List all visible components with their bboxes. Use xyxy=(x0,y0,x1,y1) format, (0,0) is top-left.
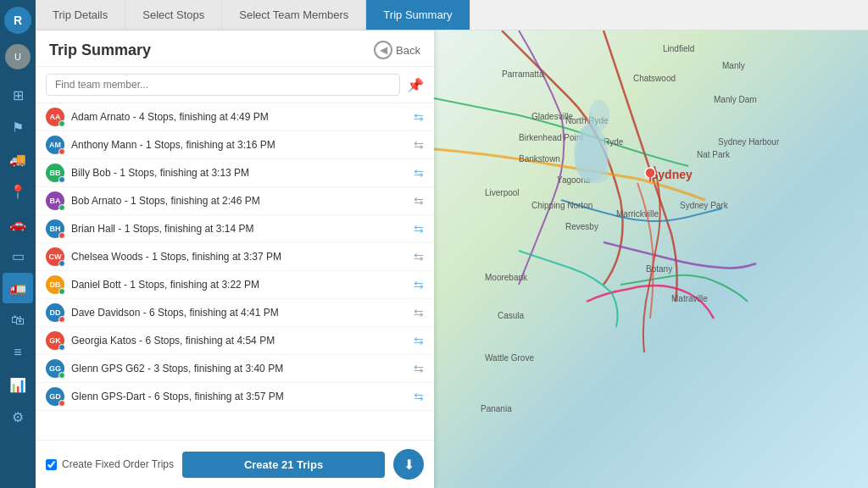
member-name: Daniel Bott - 1 Stops, finishing at 3:22… xyxy=(71,279,414,291)
member-item[interactable]: DDDave Davidson - 6 Stops, finishing at … xyxy=(36,299,434,327)
vehicle-icon[interactable]: 🚗 xyxy=(3,208,33,239)
delivery-icon[interactable]: 🚛 xyxy=(3,273,33,303)
member-avatar: BB xyxy=(46,164,64,182)
search-input[interactable] xyxy=(46,74,400,96)
member-pin-icon[interactable]: ⇆ xyxy=(414,222,424,236)
member-item[interactable]: DBDaniel Bott - 1 Stops, finishing at 3:… xyxy=(36,271,434,299)
trip-summary-panel: Trip Summary ◀ Back 📌 AAAdam Arnato - 4 … xyxy=(36,30,434,488)
member-avatar: BA xyxy=(46,191,64,210)
member-list: AAAdam Arnato - 4 Stops, finishing at 4:… xyxy=(36,103,434,440)
member-pin-icon[interactable]: ⇆ xyxy=(414,250,424,263)
fixed-order-checkbox[interactable] xyxy=(46,459,57,470)
member-name: Glenn GPS-Dart - 6 Stops, finishing at 3… xyxy=(71,391,414,402)
member-item[interactable]: BABob Arnato - 1 Stops, finishing at 2:4… xyxy=(36,187,434,215)
member-pin-icon[interactable]: ⇆ xyxy=(414,278,424,291)
member-pin-icon[interactable]: ⇆ xyxy=(414,362,424,375)
create-trips-button[interactable]: Create 21 Trips xyxy=(182,452,385,478)
tab-select-stops[interactable]: Select Stops xyxy=(125,0,222,30)
location-icon[interactable]: 📍 xyxy=(3,176,33,207)
member-avatar: GG xyxy=(46,359,64,378)
member-avatar: CW xyxy=(46,247,64,266)
flag-icon[interactable]: ⚑ xyxy=(3,112,33,142)
tab-bar: Trip DetailsSelect StopsSelect Team Memb… xyxy=(36,0,868,30)
map-background xyxy=(434,30,868,488)
calendar-icon[interactable]: ▭ xyxy=(3,241,33,271)
panel-footer: Create Fixed Order Trips Create 21 Trips… xyxy=(36,440,434,488)
member-name: Georgia Katos - 6 Stops, finishing at 4:… xyxy=(71,335,414,347)
member-avatar: GK xyxy=(46,331,64,350)
member-item[interactable]: BBBilly Bob - 1 Stops, finishing at 3:13… xyxy=(36,159,434,187)
grid-icon[interactable]: ⊞ xyxy=(3,80,33,110)
member-pin-icon[interactable]: ⇆ xyxy=(414,334,424,347)
member-avatar: AM xyxy=(46,136,64,154)
member-name: Billy Bob - 1 Stops, finishing at 3:13 P… xyxy=(71,167,414,179)
sidebar: R U ⊞⚑🚚📍🚗▭🚛🛍≡📊⚙ xyxy=(0,0,36,488)
app-logo[interactable]: R xyxy=(4,7,31,34)
member-pin-icon[interactable]: ⇆ xyxy=(414,194,424,208)
panel-title: Trip Summary xyxy=(49,42,151,59)
list-icon[interactable]: ≡ xyxy=(3,337,33,368)
member-item[interactable]: CWChelsea Woods - 1 Stops, finishing at … xyxy=(36,243,434,271)
member-name: Brian Hall - 1 Stops, finishing at 3:14 … xyxy=(71,223,414,235)
chart-icon[interactable]: 📊 xyxy=(3,369,33,400)
map-area: Sydney Chatswood Parramatta Bankstown Ma… xyxy=(434,30,868,488)
member-item[interactable]: BHBrian Hall - 1 Stops, finishing at 3:1… xyxy=(36,215,434,243)
user-avatar[interactable]: U xyxy=(5,44,31,69)
member-avatar: DD xyxy=(46,303,64,322)
member-avatar: GD xyxy=(46,387,64,406)
member-avatar: DB xyxy=(46,275,64,294)
panel-header: Trip Summary ◀ Back xyxy=(36,30,434,67)
content-row: Trip Summary ◀ Back 📌 AAAdam Arnato - 4 … xyxy=(36,30,868,488)
tab-trip-details[interactable]: Trip Details xyxy=(36,0,125,30)
pin-icon[interactable]: 📌 xyxy=(407,77,424,93)
member-avatar: AA xyxy=(46,108,64,126)
member-name: Dave Davidson - 6 Stops, finishing at 4:… xyxy=(71,307,414,319)
member-pin-icon[interactable]: ⇆ xyxy=(414,166,424,180)
settings-icon[interactable]: ⚙ xyxy=(3,402,33,432)
member-item[interactable]: GGGlenn GPS G62 - 3 Stops, finishing at … xyxy=(36,355,434,383)
main-content: Trip DetailsSelect StopsSelect Team Memb… xyxy=(36,0,868,488)
member-item[interactable]: AAAdam Arnato - 4 Stops, finishing at 4:… xyxy=(36,103,434,131)
member-name: Anthony Mann - 1 Stops, finishing at 3:1… xyxy=(71,139,414,151)
member-pin-icon[interactable]: ⇆ xyxy=(414,306,424,319)
member-item[interactable]: GKGeorgia Katos - 6 Stops, finishing at … xyxy=(36,327,434,355)
member-avatar: BH xyxy=(46,219,64,238)
member-name: Bob Arnato - 1 Stops, finishing at 2:46 … xyxy=(71,195,414,207)
member-pin-icon[interactable]: ⇆ xyxy=(414,110,424,124)
member-name: Adam Arnato - 4 Stops, finishing at 4:49… xyxy=(71,111,414,123)
tab-trip-summary[interactable]: Trip Summary xyxy=(366,0,470,30)
member-pin-icon[interactable]: ⇆ xyxy=(414,390,424,403)
member-item[interactable]: GDGlenn GPS-Dart - 6 Stops, finishing at… xyxy=(36,383,434,411)
bag-icon[interactable]: 🛍 xyxy=(3,305,33,336)
fixed-order-label: Create Fixed Order Trips xyxy=(62,458,174,470)
search-row: 📌 xyxy=(36,67,434,103)
download-icon: ⬇ xyxy=(403,457,415,473)
member-name: Chelsea Woods - 1 Stops, finishing at 3:… xyxy=(71,251,414,263)
fixed-order-checkbox-label[interactable]: Create Fixed Order Trips xyxy=(46,458,174,470)
member-item[interactable]: AMAnthony Mann - 1 Stops, finishing at 3… xyxy=(36,131,434,159)
back-circle-icon: ◀ xyxy=(374,41,392,59)
back-label: Back xyxy=(396,44,420,57)
download-button[interactable]: ⬇ xyxy=(393,449,424,480)
back-button[interactable]: ◀ Back xyxy=(374,41,420,59)
member-name: Glenn GPS G62 - 3 Stops, finishing at 3:… xyxy=(71,363,414,374)
truck-icon[interactable]: 🚚 xyxy=(3,144,33,175)
tab-select-team-members[interactable]: Select Team Members xyxy=(222,0,366,30)
member-pin-icon[interactable]: ⇆ xyxy=(414,138,424,152)
